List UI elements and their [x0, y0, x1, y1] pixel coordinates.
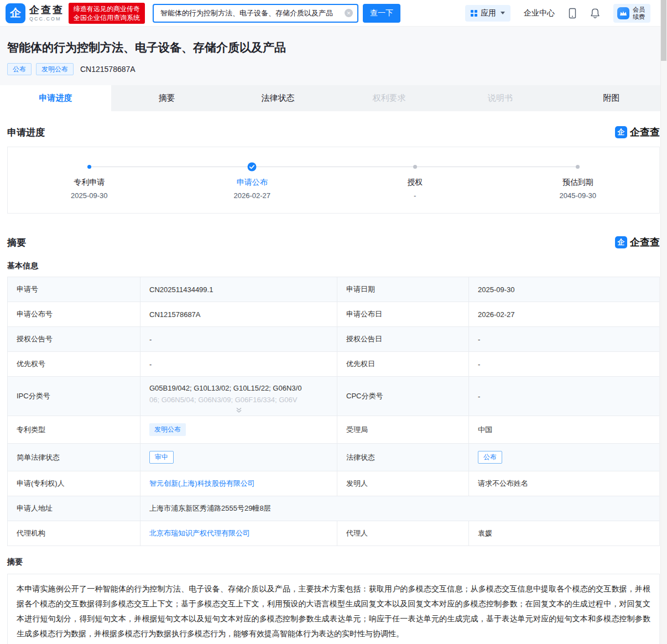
scrollbar-track: [660, 0, 667, 644]
search-input[interactable]: [159, 8, 345, 18]
field-value: 上海市浦东新区秀浦路2555号29幢8层: [140, 496, 660, 521]
slogan-line2: 全国企业信用查询系统: [74, 13, 140, 22]
simple-legal-status-tag: 审中: [149, 451, 174, 464]
clear-icon[interactable]: ✕: [345, 9, 353, 17]
page-title: 智能体的行为控制方法、电子设备、存储介质以及产品: [7, 40, 660, 55]
timeline-step-estimated-expiry: 预估到期 2045-09-30: [497, 162, 660, 200]
field-value: 北京布瑞知识产权代理有限公司: [140, 521, 337, 546]
table-row-agency: 代理机构 北京布瑞知识产权代理有限公司 代理人 袁媛: [8, 521, 660, 546]
table-row-grant-number: 授权公告号 - 授权公告日 -: [8, 327, 660, 352]
field-label: 申请公布号: [8, 302, 140, 327]
member-renew[interactable]: 会员 续费: [613, 4, 650, 23]
table-row-ipc-classification: IPC分类号 G05B19/042; G10L13/02; G10L15/22;…: [8, 377, 660, 416]
ipc-value-line1: G05B19/042; G10L13/02; G10L15/22; G06N3/…: [149, 384, 301, 392]
timeline-check-icon: [247, 162, 257, 172]
basic-info-table: 申请号 CN202511434499.1 申请日期 2025-09-30 申请公…: [7, 277, 660, 546]
member-line2: 续费: [633, 13, 645, 20]
slogan-badge: 缔造有远见的商业传奇 全国企业信用查询系统: [69, 3, 145, 24]
field-label: 申请(专利权)人: [8, 471, 140, 496]
table-row-applicant: 申请(专利权)人 智元创新(上海)科技股份有限公司 发明人 请求不公布姓名: [8, 471, 660, 496]
field-value: CN202511434499.1: [140, 277, 337, 302]
field-value: -: [469, 377, 660, 416]
table-row-application-number: 申请号 CN202511434499.1 申请日期 2025-09-30: [8, 277, 660, 302]
field-label: 申请公布日: [337, 302, 469, 327]
logo-subtitle: QCC.COM: [29, 17, 64, 22]
section-title-progress: 申请进度: [7, 126, 45, 139]
field-label: 代理人: [337, 521, 469, 546]
top-header: 企 企查查 QCC.COM 缔造有远见的商业传奇 全国企业信用查询系统 ✕ 查一…: [0, 0, 667, 26]
type-tag-invention: 发明公布: [36, 63, 74, 75]
timeline-step-label: 授权: [407, 178, 423, 188]
field-value-ipc: G05B19/042; G10L13/02; G10L15/22; G06N3/…: [140, 377, 337, 416]
field-label: CPC分类号: [337, 377, 469, 416]
search-box: ✕: [153, 4, 358, 23]
field-label: 代理机构: [8, 521, 140, 546]
tab-abstract[interactable]: 摘要: [111, 85, 222, 111]
qcc-watermark-text: 企查查: [630, 126, 660, 139]
bell-icon[interactable]: [590, 8, 600, 19]
field-label: 专利类型: [8, 416, 140, 444]
field-value: 2026-02-27: [469, 302, 660, 327]
top-nav: 应用 企业中心 会员 续费: [465, 4, 650, 23]
field-value: 发明公布: [140, 416, 337, 444]
field-label: 授权公告日: [337, 327, 469, 352]
ipc-value-line2: 06; G06N5/04; G06N3/09; G06F16/334; G06V: [149, 396, 297, 404]
timeline-step-patent-application: 专利申请 2025-09-30: [8, 162, 171, 200]
field-label: 受理局: [337, 416, 469, 444]
legal-status-tag: 公布: [478, 451, 502, 464]
nav-apps-label: 应用: [481, 8, 496, 18]
timeline-step-date: -: [414, 191, 416, 200]
section-title-summary: 摘要: [7, 236, 26, 249]
agency-link[interactable]: 北京布瑞知识产权代理有限公司: [149, 529, 250, 537]
table-row-applicant-address: 申请人地址 上海市浦东新区秀浦路2555号29幢8层: [8, 496, 660, 521]
abstract-text: 本申请实施例公开了一种智能体的行为控制方法、电子设备、存储介质以及产品，主要技术…: [7, 574, 660, 644]
timeline-step-label: 专利申请: [74, 178, 105, 188]
field-label: 发明人: [337, 471, 469, 496]
table-row-patent-type: 专利类型 发明公布 受理局 中国: [8, 416, 660, 444]
search-button[interactable]: 查一下: [363, 4, 400, 23]
field-label: 授权公告号: [8, 327, 140, 352]
patent-type-tag: 发明公布: [149, 423, 186, 436]
field-label: IPC分类号: [8, 377, 140, 416]
timeline-step-grant: 授权 -: [334, 162, 497, 200]
tab-description: 说明书: [445, 85, 556, 111]
field-value: 2025-09-30: [469, 277, 660, 302]
qcc-watermark-icon: 企: [615, 236, 627, 248]
tab-claims: 权利要求: [334, 85, 445, 111]
qcc-watermark-icon: 企: [615, 126, 627, 138]
field-value: 请求不公布姓名: [469, 471, 660, 496]
field-value: -: [140, 327, 337, 352]
qcc-logo[interactable]: 企 企查查 QCC.COM: [6, 3, 64, 23]
field-label: 优先权日: [337, 352, 469, 377]
field-label: 申请日期: [337, 277, 469, 302]
apps-grid-icon: [471, 10, 477, 17]
scrollbar-thumb[interactable]: [661, 0, 666, 61]
applicant-link[interactable]: 智元创新(上海)科技股份有限公司: [149, 479, 255, 487]
qcc-watermark-text: 企查查: [630, 236, 660, 249]
expand-chevron-icon[interactable]: [149, 407, 328, 413]
nav-apps[interactable]: 应用: [465, 5, 510, 22]
timeline-step-label: 申请公布: [237, 178, 268, 188]
tab-bar: 申请进度 摘要 法律状态 权利要求 说明书 附图: [0, 85, 667, 111]
patent-tags: 公布 发明公布 CN121578687A: [7, 63, 660, 75]
field-label: 简单法律状态: [8, 444, 140, 471]
phone-icon[interactable]: [568, 8, 577, 19]
progress-section: 申请进度 企 企查查 专利申请 2025-09-30 申请公布 2026-02-…: [0, 126, 667, 214]
table-row-publication-number: 申请公布号 CN121578687A 申请公布日 2026-02-27: [8, 302, 660, 327]
summary-section: 摘要 企 企查查 基本信息 申请号 CN202511434499.1 申请日期 …: [0, 236, 667, 644]
slogan-line1: 缔造有远见的商业传奇: [74, 4, 140, 13]
basic-info-subtitle: 基本信息: [7, 261, 660, 271]
tab-application-progress[interactable]: 申请进度: [0, 85, 111, 111]
member-text: 会员 续费: [633, 6, 645, 20]
nav-enterprise-center[interactable]: 企业中心: [524, 8, 555, 18]
member-line1: 会员: [633, 6, 645, 13]
status-tag-publish: 公布: [7, 63, 32, 75]
field-value: CN121578687A: [140, 302, 337, 327]
tab-legal-status[interactable]: 法律状态: [222, 85, 334, 111]
tab-figures[interactable]: 附图: [556, 85, 667, 111]
publication-number: CN121578687A: [80, 65, 136, 74]
qcc-watermark: 企 企查查: [615, 126, 660, 139]
field-value: 审中: [140, 444, 337, 471]
timeline-dot-done: [87, 165, 91, 169]
field-value: 袁媛: [469, 521, 660, 546]
